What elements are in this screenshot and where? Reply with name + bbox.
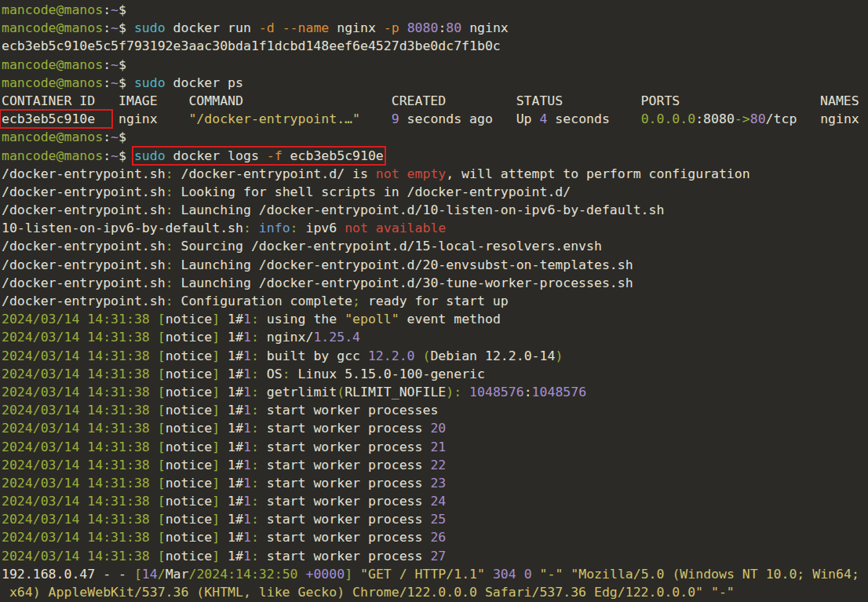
token-green: : [251,421,259,436]
token-white [563,567,571,582]
token-white [150,385,158,400]
token-white: 192.168.0.47 - - [2,567,134,582]
token-purple: 1 [243,458,251,472]
token-white: /docker-entrypoint.sh [2,202,166,217]
token-green: [ [158,403,166,418]
token-white [532,567,540,582]
token-green: 2024/03/14 14:31:38 [2,494,150,509]
token-white [150,440,158,454]
terminal-line: /docker-entrypoint.sh: Sourcing /docker-… [2,237,868,255]
token-white: nginx [329,20,384,35]
token-purple: ~ [111,148,119,163]
token-purple: 23 [430,476,446,491]
token-white [150,458,158,472]
token-purple: 1 [243,512,251,527]
token-white: : [103,75,111,90]
token-green: ] [212,421,220,436]
token-white: 1# [220,312,243,327]
token-white: /docker-entrypoint.sh [2,184,166,199]
token-green: ] [212,476,220,491]
token-green: [ [158,458,166,472]
token-white: /docker-entrypoint.sh [2,275,166,290]
token-green: [ [158,421,166,436]
logs-command-highlight: sudo docker logs -f ecb3eb5c910e [134,148,384,163]
terminal-line: 2024/03/14 14:31:38 [notice] 1#1: start … [2,419,868,437]
token-white: Linux 5.15.0-100-generic [290,367,485,381]
token-white: : [438,20,446,35]
token-white: built by gcc [259,348,368,363]
token-white: 1# [220,458,243,472]
token-white: notice [166,421,213,436]
token-green: ] [212,458,220,472]
token-green: 2024/03/14 14:31:38 [2,440,150,454]
token-white: notice [166,367,213,381]
token-green: ] [212,312,220,327]
token-green: 2024/03/14 14:31:38 [2,549,150,564]
token-green: ] [212,367,220,381]
token-white: 1# [220,385,243,400]
token-cyan: sudo [134,75,166,90]
token-white [298,567,306,582]
token-green: : [251,385,259,400]
token-white: , will attempt to perform configuration [446,166,749,181]
token-purple: 1 [243,421,251,436]
token-white: : [103,20,111,35]
token-green: ) [555,348,563,363]
token-white: notice [166,385,213,400]
terminal-line: mancode@manos:~$ sudo docker ps [2,74,868,92]
token-white: Debian 12.2.0-14 [430,348,555,363]
token-green: : [243,221,251,235]
terminal-line: 10-listen-on-ipv6-by-default.sh: info: i… [2,219,868,237]
token-white: /docker-entrypoint.sh [2,166,166,181]
token-green: -> [735,111,750,126]
token-green: : [251,312,259,327]
token-white: start worker process [259,458,431,472]
token-white: notice [166,330,213,345]
token-purple: ~ [111,20,119,35]
token-orange: --name [283,20,330,35]
token-white: start worker process [259,421,431,436]
terminal-line: 192.168.0.47 - - [14/Mar/2024:14:32:50 +… [2,565,868,583]
token-green: ( [337,385,345,400]
token-orange: -d [259,20,275,35]
token-green: [ [158,494,166,509]
token-white: docker run [166,20,259,35]
token-white: notice [166,476,213,491]
token-white: Configuration complete [173,294,352,308]
terminal-line: 2024/03/14 14:31:38 [notice] 1#1: start … [2,438,868,456]
terminal: mancode@manos:~$mancode@manos:~$ sudo do… [0,0,868,602]
token-white: 1# [220,549,243,564]
token-white: getrlimit [259,385,337,400]
token-green: : [251,367,259,381]
token-white: Launching /docker-entrypoint.d/30-tune-w… [173,275,633,290]
terminal-line: 2024/03/14 14:31:38 [notice] 1#1: start … [2,510,868,528]
token-white: /docker-entrypoint.d/ is [173,166,376,181]
token-purple: 14 [142,567,158,582]
token-white [415,348,423,363]
token-green: 2024/03/14 14:31:38 [2,330,150,345]
token-white: ready for start up [360,294,509,308]
token-red: not empty [376,166,446,181]
token-green: 2024/03/14 14:31:38 [2,385,150,400]
token-purple: 1 [243,367,251,381]
token-white [150,312,158,327]
token-white: notice [166,458,213,472]
token-white: notice [166,512,213,527]
token-green: 2024:14:32:50 [196,567,297,582]
terminal-line: 2024/03/14 14:31:38 [notice] 1#1: start … [2,401,868,419]
token-yellow: x64) AppleWebKit/537.36 (KHTML, like Gec… [2,585,735,600]
token-white: start worker process [259,549,431,564]
token-white [360,111,392,126]
token-white: notice [166,494,213,509]
token-white [275,20,283,35]
token-purple: 1048576 [469,385,524,400]
terminal-line: 2024/03/14 14:31:38 [notice] 1#1: using … [2,310,868,328]
token-white: $ [119,75,134,90]
token-green: ] [212,348,220,363]
token-purple: 26 [430,530,446,545]
token-white: 1# [220,421,243,436]
token-white: CONTAINER ID IMAGE COMMAND CREATED STATU… [2,93,859,108]
token-green: ] [212,549,220,564]
token-white: : [103,57,111,72]
token-purple: 12.2.0 [368,348,415,363]
